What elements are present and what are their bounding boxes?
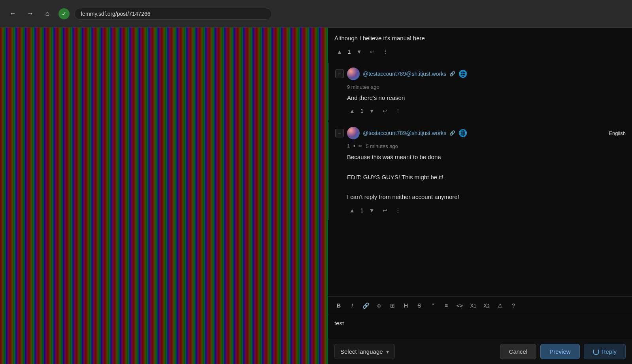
reply-button[interactable]: Reply bbox=[584, 344, 626, 359]
comment-3-link-icon[interactable]: 🔗 bbox=[449, 130, 455, 136]
toolbar-subscript[interactable]: X1 bbox=[467, 300, 479, 311]
comment-3-text-line-2: EDIT: GUYS GUYS! This might be it! bbox=[347, 173, 626, 182]
comment-2-globe-icon[interactable]: 🌐 bbox=[458, 69, 467, 78]
comment-1-downvote[interactable]: ▼ bbox=[354, 47, 364, 56]
comment-1-text: Although I believe it's manual here bbox=[334, 34, 626, 43]
toolbar-code[interactable]: <> bbox=[454, 300, 466, 311]
editor-content-area[interactable]: test bbox=[328, 315, 632, 339]
security-icon: ✓ bbox=[58, 8, 70, 19]
toolbar-emoji[interactable]: ☺ bbox=[373, 300, 385, 311]
toolbar-italic[interactable]: I bbox=[346, 300, 358, 311]
comment-2-collapse[interactable]: − bbox=[335, 69, 344, 78]
comment-1-upvote[interactable]: ▲ bbox=[334, 47, 345, 56]
comment-3-score-display: 1 bbox=[360, 207, 364, 214]
comments-area: Although I believe it's manual here ▲ 1 … bbox=[328, 28, 632, 296]
comment-2-link-icon[interactable]: 🔗 bbox=[449, 71, 455, 77]
comment-3-header: − @testaccount789@sh.itjust.works 🔗 🌐 En… bbox=[335, 127, 626, 139]
comment-3-reply[interactable]: ↩ bbox=[380, 206, 390, 215]
comment-3-actions: ▲ 1 ▼ ↩ ⋮ bbox=[347, 206, 626, 215]
reply-spinner-icon bbox=[593, 349, 599, 355]
comment-2-timestamp: 9 minutes ago bbox=[347, 84, 379, 90]
toolbar-quote[interactable]: " bbox=[427, 300, 439, 311]
toolbar-header[interactable]: H bbox=[400, 300, 412, 311]
comment-3-text-line-3: I can't reply from neither account anymo… bbox=[347, 193, 626, 202]
right-panel: Although I believe it's manual here ▲ 1 … bbox=[328, 28, 632, 364]
comment-1-score: 1 bbox=[348, 49, 351, 55]
comment-3: − @testaccount789@sh.itjust.works 🔗 🌐 En… bbox=[328, 122, 632, 220]
comment-3-language: English bbox=[609, 130, 626, 136]
comment-3-upvote[interactable]: ▲ bbox=[347, 206, 357, 215]
comment-2-text: And there's no reason bbox=[347, 94, 626, 103]
reply-editor: B I 🔗 ☺ ⊞ H S " ≡ <> X1 X2 ⚠ ? test bbox=[328, 296, 632, 364]
url-bar[interactable]: lemmy.sdf.org/post/7147266 bbox=[74, 8, 272, 20]
chevron-down-icon: ▾ bbox=[386, 349, 389, 355]
preview-button[interactable]: Preview bbox=[540, 344, 579, 359]
toolbar-image[interactable]: ⊞ bbox=[387, 300, 398, 311]
left-panel-stripes bbox=[0, 28, 328, 364]
footer-buttons: Cancel Preview Reply bbox=[500, 344, 626, 359]
comment-2-more[interactable]: ⋮ bbox=[393, 106, 403, 116]
comment-2-downvote[interactable]: ▼ bbox=[367, 106, 377, 116]
forward-button[interactable]: → bbox=[24, 8, 36, 20]
comment-2-header: − @testaccount789@sh.itjust.works 🔗 🌐 bbox=[335, 68, 626, 80]
toolbar-bold[interactable]: B bbox=[333, 300, 345, 311]
comment-3-globe-icon[interactable]: 🌐 bbox=[458, 129, 467, 137]
toolbar-list[interactable]: ≡ bbox=[440, 300, 452, 311]
editor-footer: Select language ▾ Cancel Preview Reply bbox=[328, 339, 632, 364]
comment-3-downvote[interactable]: ▼ bbox=[367, 206, 377, 215]
browser-bar: ← → ⌂ ✓ lemmy.sdf.org/post/7147266 bbox=[0, 0, 632, 28]
language-select[interactable]: Select language ▾ bbox=[334, 344, 395, 359]
comment-2-upvote[interactable]: ▲ bbox=[347, 106, 357, 116]
comment-3-text-line-1: Because this was meant to be done bbox=[347, 153, 626, 162]
comment-3-username[interactable]: @testaccount789@sh.itjust.works bbox=[363, 130, 446, 136]
comment-1-actions: ▲ 1 ▼ ↩ ⋮ bbox=[334, 47, 626, 56]
comment-2-score: 1 bbox=[360, 108, 364, 114]
comment-3-collapse[interactable]: − bbox=[335, 129, 344, 137]
comment-3-score: 1 bbox=[347, 143, 350, 149]
comment-1-reply[interactable]: ↩ bbox=[368, 47, 377, 56]
back-button[interactable]: ← bbox=[6, 8, 19, 20]
main-layout: Although I believe it's manual here ▲ 1 … bbox=[0, 28, 632, 364]
toolbar-help[interactable]: ? bbox=[507, 300, 519, 311]
comment-3-avatar bbox=[347, 127, 360, 139]
comment-3-edit-icon: ✏ bbox=[358, 143, 362, 149]
toolbar-link[interactable]: 🔗 bbox=[360, 300, 372, 311]
toolbar-superscript[interactable]: X2 bbox=[481, 300, 492, 311]
comment-2: − @testaccount789@sh.itjust.works 🔗 🌐 9 … bbox=[328, 63, 632, 121]
comment-3-more[interactable]: ⋮ bbox=[393, 206, 403, 215]
comment-3-timestamp: 5 minutes ago bbox=[366, 143, 398, 149]
editor-text: test bbox=[334, 320, 344, 326]
comment-1: Although I believe it's manual here ▲ 1 … bbox=[328, 31, 632, 61]
comment-2-actions: ▲ 1 ▼ ↩ ⋮ bbox=[347, 106, 626, 116]
reply-button-label: Reply bbox=[602, 348, 617, 355]
cancel-button[interactable]: Cancel bbox=[500, 344, 537, 359]
comment-2-reply[interactable]: ↩ bbox=[380, 106, 390, 116]
home-button[interactable]: ⌂ bbox=[41, 8, 54, 20]
language-select-label: Select language bbox=[340, 348, 383, 355]
comment-2-avatar bbox=[347, 68, 360, 80]
comment-2-username[interactable]: @testaccount789@sh.itjust.works bbox=[363, 71, 446, 77]
comment-1-more[interactable]: ⋮ bbox=[380, 47, 391, 56]
toolbar-strikethrough[interactable]: S bbox=[413, 300, 425, 311]
toolbar-spoiler[interactable]: ⚠ bbox=[494, 300, 506, 311]
editor-toolbar: B I 🔗 ☺ ⊞ H S " ≡ <> X1 X2 ⚠ ? bbox=[328, 296, 632, 315]
